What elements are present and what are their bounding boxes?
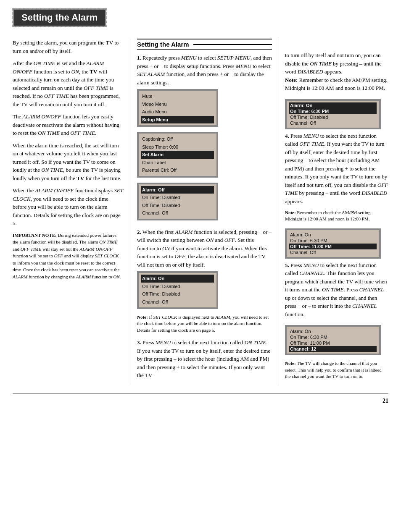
alarm-row-on: Alarm: On xyxy=(141,275,214,283)
alarm-on-3: Alarm: On xyxy=(289,102,377,108)
menu-item-video: Video Menu xyxy=(141,100,214,108)
step-4-num: 4. xyxy=(285,133,289,139)
channel-off-3: Channel: Off xyxy=(289,120,377,126)
step-2: 2. When the first ALARM function is sele… xyxy=(137,228,272,334)
note-step2: Note: If SET CLOCK is displayed next to … xyxy=(137,314,272,333)
step-5: 5. Press MENU to select the next functio… xyxy=(285,261,388,319)
left-column: By setting the alarm, you can program th… xyxy=(13,39,130,385)
step-4: 4. Press MENU to select the next functio… xyxy=(285,132,388,206)
ontime-630pm: On Time: 6:30 PM xyxy=(289,108,377,114)
channel-off-1: Channel: Off xyxy=(141,209,214,217)
alarm-on-4: Alarm: On xyxy=(289,232,377,238)
far-right-column: to turn off by itself and not turn on, y… xyxy=(279,39,388,385)
step-5-num: 5. xyxy=(285,262,289,268)
step-2-num: 2. xyxy=(137,229,141,235)
alarm-row-off: Alarm: Off xyxy=(141,186,214,194)
tv-screen-menu2: Captioning: Off Sleep Timer: 0:00 Set Al… xyxy=(137,129,272,180)
alarm-on-5: Alarm: On xyxy=(289,328,377,334)
ontime-630pm-4: On Time: 6:30 PM xyxy=(289,238,377,244)
page-title: Setting the Alarm xyxy=(13,8,106,27)
note-step4: Note: Remember to check the AM/PM settin… xyxy=(285,210,388,223)
steps-list: 1. Repeatedly press MENU to select SETUP… xyxy=(137,54,272,380)
step-1: 1. Repeatedly press MENU to select SETUP… xyxy=(137,54,272,223)
step-3-num: 3. xyxy=(137,339,141,346)
step3-continuation: to turn off by itself and not turn on, y… xyxy=(285,51,388,92)
menu-item-mute: Mute xyxy=(141,92,214,100)
menu-sleep: Sleep Timer: 0:00 xyxy=(141,143,214,151)
menu-parental: Parental Ctrl: Off xyxy=(141,166,214,174)
offtime-1100pm-5: Off Time: 11:00 PM xyxy=(289,340,377,346)
menu-chan-label: Chan Label xyxy=(141,159,214,167)
tv-screen-alarm1: Alarm: Off On Time: Disabled Off Time: D… xyxy=(137,180,272,223)
left-para-3: The ALARM ON/OFF function lets you easil… xyxy=(13,113,123,137)
ontime-disabled-1: On Time: Disabled xyxy=(141,194,214,202)
menu-captioning: Captioning: Off xyxy=(141,135,214,143)
channel-off-2: Channel: Off xyxy=(141,298,214,306)
offtime-disabled-2: Off Time: Disabled xyxy=(141,290,214,298)
tv-screen-alarm4: Alarm: On On Time: 6:30 PM Off Time: 11:… xyxy=(285,226,388,261)
menu-item-setup: Setup Menu xyxy=(141,116,214,124)
offtime-disabled-3: Off Time: Disabled xyxy=(289,114,377,120)
offtime-1100pm: Off Time: 11:00 PM xyxy=(289,244,377,249)
tv-screen-alarm3: Alarm: On On Time: 6:30 PM Off Time: Dis… xyxy=(285,97,388,132)
channel-12: Channel: 12 xyxy=(289,346,377,352)
ontime-630pm-5: On Time: 6:30 PM xyxy=(289,334,377,340)
tv-screen-alarm5: Alarm: On On Time: 6:30 PM Off Time: 11:… xyxy=(285,322,388,358)
section-title: Setting the Alarm xyxy=(137,39,272,50)
left-para-1: By setting the alarm, you can program th… xyxy=(13,39,123,55)
middle-column: Setting the Alarm 1. Repeatedly press ME… xyxy=(130,39,279,385)
menu-item-audio: Audio Menu xyxy=(141,108,214,116)
left-para-2: After the ON TIME is set and the ALARM O… xyxy=(13,59,123,108)
tv-screen-menu1: Mute Video Menu Audio Menu Setup Menu xyxy=(137,86,272,129)
left-para-4: When the alarm time is reached, the set … xyxy=(13,142,123,183)
menu-set-alarm: Set Alarm xyxy=(141,151,214,159)
channel-off-4: Channel: Off xyxy=(289,249,377,255)
important-note: IMPORTANT NOTE: During extended power fa… xyxy=(13,232,123,280)
note-step5: Note: The TV will change to the channel … xyxy=(285,360,388,380)
tv-screen-alarm2: Alarm: On On Time: Disabled Off Time: Di… xyxy=(137,269,272,312)
left-para-5: When the ALARM ON/OFF function displays … xyxy=(13,186,123,228)
page-number: 21 xyxy=(13,393,388,404)
step-3: 3. Press MENU to select the next functio… xyxy=(137,338,272,380)
offtime-disabled-1: Off Time: Disabled xyxy=(141,202,214,210)
step-1-num: 1. xyxy=(137,55,141,61)
ontime-disabled-2: On Time: Disabled xyxy=(141,283,214,291)
